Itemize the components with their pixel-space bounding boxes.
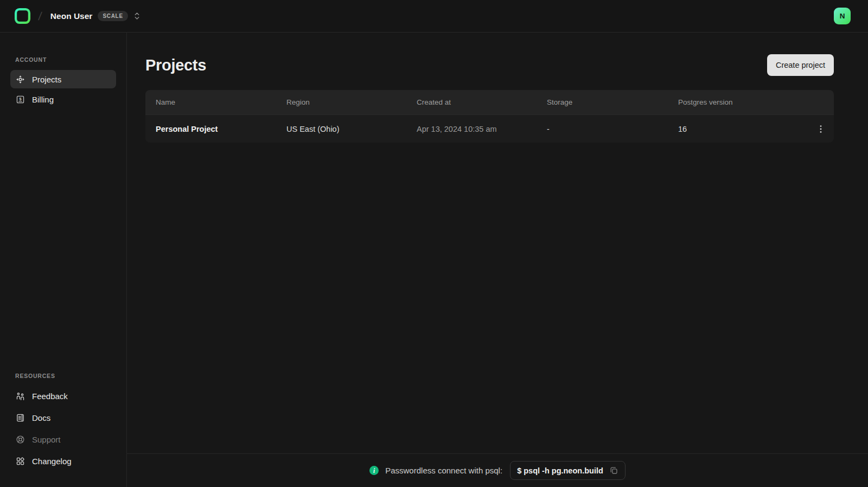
billing-icon: $ <box>15 95 25 104</box>
sidebar-item-changelog[interactable]: Changelog <box>10 451 116 471</box>
column-header-region: Region <box>276 98 406 106</box>
copy-command-button[interactable] <box>609 466 618 475</box>
sidebar-item-label: Changelog <box>32 457 72 466</box>
sidebar-item-docs[interactable]: Docs <box>10 408 116 428</box>
copy-icon <box>609 466 618 475</box>
project-postgres-version-cell: 16 <box>668 125 808 133</box>
account-section-label: ACCOUNT <box>15 56 111 63</box>
top-bar: / Neon User SCALE N <box>0 0 868 33</box>
neon-logo[interactable] <box>14 8 31 24</box>
changelog-icon <box>15 457 25 466</box>
psql-footer: i Passwordless connect with psql: $ psql… <box>127 453 868 487</box>
info-icon: i <box>369 466 379 475</box>
table-header-row: Name Region Created at Storage Postgres … <box>145 90 834 114</box>
page-title: Projects <box>145 56 206 74</box>
project-actions-cell <box>808 121 834 137</box>
column-header-created-at: Created at <box>406 98 537 106</box>
sidebar-item-billing[interactable]: $ Billing <box>10 90 116 108</box>
sidebar-item-projects[interactable]: Projects <box>10 70 116 88</box>
chevron-up-down-icon <box>134 11 140 21</box>
project-created-at-cell: Apr 13, 2024 10:35 am <box>406 125 537 133</box>
sidebar-item-label: Projects <box>32 75 61 84</box>
breadcrumb-slash: / <box>37 10 42 23</box>
kebab-icon <box>817 125 825 133</box>
sidebar-item-label: Support <box>32 435 61 444</box>
main-content: Projects Create project Name Region Crea… <box>127 33 868 453</box>
user-avatar[interactable]: N <box>834 8 851 24</box>
column-header-name: Name <box>145 98 276 106</box>
create-project-button[interactable]: Create project <box>767 54 834 76</box>
page-body: ACCOUNT Projects $ B <box>0 33 868 487</box>
plan-badge: SCALE <box>98 11 127 21</box>
main-area: Projects Create project Name Region Crea… <box>127 33 868 487</box>
support-icon <box>15 435 25 444</box>
sidebar-item-label: Billing <box>32 95 54 104</box>
project-region-cell: US East (Ohio) <box>276 125 406 133</box>
sidebar-item-feedback[interactable]: Feedback <box>10 386 116 406</box>
sidebar: ACCOUNT Projects $ B <box>0 33 127 487</box>
docs-icon <box>15 413 25 422</box>
resources-section-label: RESOURCES <box>15 373 111 379</box>
column-header-postgres-version: Postgres version <box>668 98 808 106</box>
title-row: Projects Create project <box>145 54 834 76</box>
projects-table: Name Region Created at Storage Postgres … <box>145 90 834 143</box>
sidebar-resources-section: RESOURCES Feedback <box>15 373 111 473</box>
project-name-cell: Personal Project <box>145 125 276 133</box>
psql-command-box: $ psql -h pg.neon.build <box>510 461 626 480</box>
org-name: Neon User <box>50 11 93 21</box>
psql-footer-text: Passwordless connect with psql: <box>385 466 502 475</box>
row-menu-button[interactable] <box>814 121 828 137</box>
sidebar-item-label: Docs <box>32 413 50 422</box>
sidebar-item-label: Feedback <box>32 392 68 401</box>
neon-logo-icon <box>14 8 31 24</box>
projects-icon <box>15 75 25 84</box>
column-header-storage: Storage <box>537 98 668 106</box>
svg-text:$: $ <box>19 97 22 101</box>
sidebar-item-support[interactable]: Support <box>10 430 116 450</box>
project-storage-cell: - <box>537 125 668 133</box>
table-row[interactable]: Personal Project US East (Ohio) Apr 13, … <box>145 114 834 143</box>
org-switcher[interactable]: Neon User SCALE <box>50 11 140 21</box>
feedback-icon <box>15 392 25 401</box>
psql-command-text: $ psql -h pg.neon.build <box>517 466 603 475</box>
